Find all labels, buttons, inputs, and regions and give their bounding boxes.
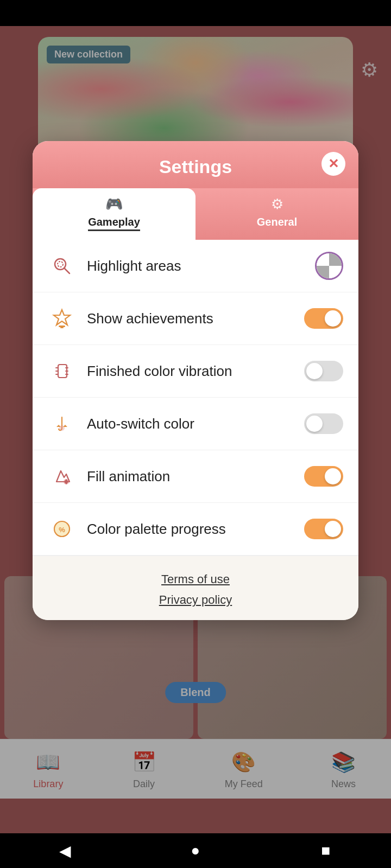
setting-row-highlight-areas: Highlight areas bbox=[33, 240, 358, 292]
svg-rect-3 bbox=[59, 326, 65, 327]
check-cell-1 bbox=[317, 253, 329, 266]
color-palette-progress-label: Color palette progress bbox=[87, 521, 293, 538]
show-achievements-icon bbox=[48, 304, 76, 333]
home-button[interactable]: ● bbox=[180, 835, 211, 866]
recent-button[interactable]: ■ bbox=[311, 835, 341, 866]
gameplay-tab-icon: 🎮 bbox=[105, 196, 123, 213]
show-achievements-label: Show achievements bbox=[87, 310, 293, 327]
auto-switch-color-icon bbox=[48, 410, 76, 438]
show-achievements-toggle-knob bbox=[325, 310, 341, 327]
status-bar bbox=[0, 0, 391, 26]
check-cell-2 bbox=[329, 253, 342, 266]
svg-line-2 bbox=[64, 268, 70, 273]
svg-point-1 bbox=[58, 261, 63, 267]
highlight-areas-toggle[interactable] bbox=[315, 252, 343, 280]
finished-color-vibration-toggle[interactable] bbox=[304, 361, 343, 381]
modal-footer: Terms of use Privacy policy bbox=[33, 556, 358, 620]
tab-bar: 🎮 Gameplay ⚙ General bbox=[33, 188, 358, 240]
tab-gameplay[interactable]: 🎮 Gameplay bbox=[33, 188, 195, 240]
general-tab-icon: ⚙ bbox=[271, 196, 283, 213]
modal-body: Highlight areas Show achievements bbox=[33, 240, 358, 556]
highlight-areas-icon bbox=[48, 252, 76, 280]
fill-animation-toggle[interactable] bbox=[304, 466, 343, 487]
finished-color-vibration-icon bbox=[48, 357, 76, 385]
show-achievements-toggle[interactable] bbox=[304, 308, 343, 329]
check-cell-4 bbox=[329, 266, 342, 278]
color-palette-progress-icon: % bbox=[48, 515, 76, 543]
privacy-policy-link[interactable]: Privacy policy bbox=[159, 593, 232, 607]
highlight-areas-label: Highlight areas bbox=[87, 258, 304, 275]
color-palette-progress-toggle[interactable] bbox=[304, 519, 343, 539]
color-palette-progress-toggle-knob bbox=[325, 521, 341, 537]
fill-animation-icon bbox=[48, 462, 76, 490]
general-tab-label: General bbox=[257, 216, 297, 228]
svg-rect-4 bbox=[60, 327, 64, 328]
tab-general[interactable]: ⚙ General bbox=[195, 188, 358, 240]
finished-color-vibration-label: Finished color vibration bbox=[87, 363, 293, 380]
auto-switch-color-toggle[interactable] bbox=[304, 413, 343, 434]
setting-row-color-palette-progress: % Color palette progress bbox=[33, 503, 358, 556]
modal-header: Settings ✕ bbox=[33, 141, 358, 188]
setting-row-finished-color-vibration: Finished color vibration bbox=[33, 345, 358, 398]
fill-animation-toggle-knob bbox=[325, 468, 341, 484]
modal-close-button[interactable]: ✕ bbox=[321, 152, 345, 176]
setting-row-show-achievements: Show achievements bbox=[33, 292, 358, 345]
settings-modal: Settings ✕ 🎮 Gameplay ⚙ General Highligh… bbox=[33, 141, 358, 620]
auto-switch-color-toggle-knob bbox=[306, 416, 323, 432]
back-button[interactable]: ◀ bbox=[50, 835, 80, 866]
nav-bar: ◀ ● ■ bbox=[0, 833, 391, 868]
svg-text:%: % bbox=[59, 526, 65, 534]
check-cell-3 bbox=[317, 266, 329, 278]
setting-row-fill-animation: Fill animation bbox=[33, 450, 358, 503]
setting-row-auto-switch-color: Auto-switch color bbox=[33, 398, 358, 450]
modal-title: Settings bbox=[50, 156, 341, 188]
auto-switch-color-label: Auto-switch color bbox=[87, 416, 293, 432]
finished-color-vibration-toggle-knob bbox=[306, 363, 323, 379]
fill-animation-label: Fill animation bbox=[87, 468, 293, 485]
terms-of-use-link[interactable]: Terms of use bbox=[161, 572, 230, 586]
gameplay-tab-label: Gameplay bbox=[88, 216, 140, 231]
